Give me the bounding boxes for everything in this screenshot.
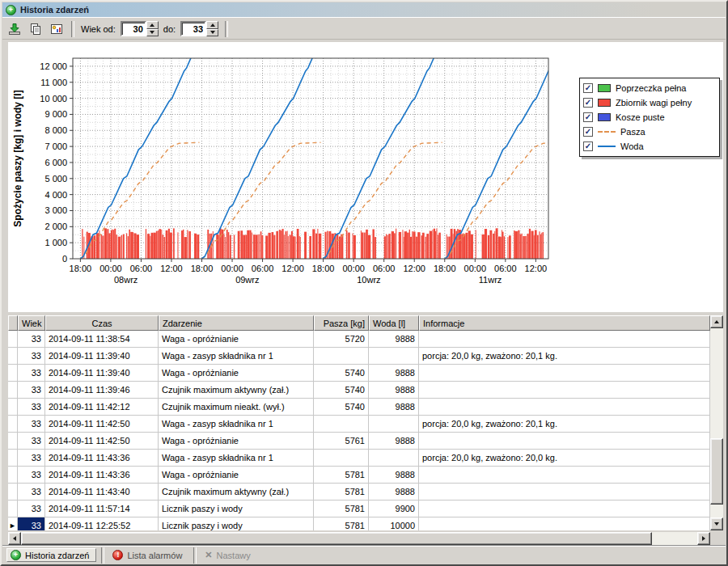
scroll-down-button[interactable] [710,517,723,530]
horizontal-scroll-thumb[interactable] [21,532,652,545]
cell-pasza[interactable] [314,348,369,365]
cell-informacje[interactable]: porcja: 20,0 kg, zważono: 20,1 kg. [419,416,710,433]
cell-informacje[interactable] [419,433,710,450]
report-button[interactable] [47,20,66,38]
age-from-up-button[interactable] [146,21,159,29]
cell-informacje[interactable] [419,365,710,382]
cell-informacje[interactable]: porcja: 20,0 kg, zważono: 20,1 kg. [419,348,710,365]
legend-checkbox[interactable]: ✓ [583,83,593,93]
column-header-czas[interactable]: Czas [45,315,159,331]
cell-wiek[interactable]: 33 [18,433,45,450]
cell-informacje[interactable] [419,467,710,484]
horizontal-scrollbar[interactable] [8,532,723,545]
cell-pasza[interactable]: 5781 [314,517,369,530]
cell-pasza[interactable] [314,416,369,433]
cell-informacje[interactable] [419,484,710,501]
scroll-left-button[interactable] [8,532,21,545]
table-row[interactable]: 332014-09-11 11:42:12Czujnik maximum nie… [8,399,710,416]
cell-czas[interactable]: 2014-09-11 11:43:36 [45,450,159,467]
cell-czas[interactable]: 2014-09-11 11:39:40 [45,348,159,365]
table-row[interactable]: 332014-09-11 11:39:46Czujnik maximum akt… [8,382,710,399]
column-header-woda[interactable]: Woda [l] [369,315,419,331]
scroll-up-button[interactable] [710,315,723,328]
cell-woda[interactable]: 9888 [369,399,419,416]
cell-informacje[interactable] [419,331,710,348]
cell-woda[interactable] [369,450,419,467]
tab-historia-zdarzen[interactable]: + Historia zdarzeń [6,548,96,562]
legend-checkbox[interactable]: ✓ [583,98,593,108]
cell-zdarzenie[interactable]: Czujnik maximum nieakt. (wył.) [159,399,314,416]
cell-woda[interactable] [369,348,419,365]
table-row[interactable]: 332014-09-11 11:43:40Czujnik maximum akt… [8,484,710,501]
cell-zdarzenie[interactable]: Waga - opróżnianie [159,433,314,450]
cell-czas[interactable]: 2014-09-11 11:42:50 [45,416,159,433]
cell-wiek[interactable]: 33 [18,348,45,365]
age-from-down-button[interactable] [146,29,159,37]
cell-informacje[interactable] [419,517,710,530]
cell-wiek[interactable]: 33 [18,484,45,501]
cell-woda[interactable] [369,416,419,433]
cell-wiek[interactable]: 33 [18,416,45,433]
cell-woda[interactable]: 10000 [369,517,419,530]
cell-czas[interactable]: 2014-09-11 11:42:50 [45,433,159,450]
cell-pasza[interactable]: 5781 [314,501,369,517]
cell-pasza[interactable]: 5781 [314,467,369,484]
cell-pasza[interactable]: 5761 [314,433,369,450]
cell-wiek[interactable]: 33 [18,450,45,467]
scroll-right-button[interactable] [697,532,710,545]
column-header-informacje[interactable]: Informacje [419,315,710,331]
cell-zdarzenie[interactable]: Waga - zasyp składnika nr 1 [159,450,314,467]
cell-pasza[interactable] [314,450,369,467]
cell-woda[interactable]: 9888 [369,433,419,450]
cell-woda[interactable]: 9888 [369,365,419,382]
cell-pasza[interactable]: 5781 [314,484,369,501]
tab-lista-alarmow[interactable]: ! Lista alarmów [109,548,188,562]
cell-czas[interactable]: 2014-09-11 11:57:14 [45,501,159,517]
legend-checkbox[interactable]: ✓ [583,112,593,122]
table-row[interactable]: 332014-09-11 11:43:36Waga - opróżnianie5… [8,467,710,484]
cell-wiek[interactable]: 33 [18,517,45,530]
legend-checkbox[interactable]: ✓ [583,127,593,137]
vertical-scrollbar[interactable] [710,315,723,530]
export-button[interactable] [5,20,24,38]
cell-wiek[interactable]: 33 [18,382,45,399]
cell-czas[interactable]: 2014-09-11 11:43:36 [45,467,159,484]
age-from-input[interactable] [121,21,146,36]
cell-pasza[interactable]: 5740 [314,365,369,382]
cell-zdarzenie[interactable]: Czujnik maximum aktywny (zał.) [159,484,314,501]
cell-zdarzenie[interactable]: Licznik paszy i wody [159,501,314,517]
cell-wiek[interactable]: 33 [18,331,45,348]
cell-czas[interactable]: 2014-09-11 11:42:12 [45,399,159,416]
cell-czas[interactable]: 2014-09-11 11:38:54 [45,331,159,348]
cell-zdarzenie[interactable]: Licznik paszy i wody [159,517,314,530]
column-header-pasza[interactable]: Pasza [kg] [314,315,369,331]
column-header-wiek[interactable]: Wiek [18,315,45,331]
age-to-input[interactable] [180,21,206,36]
cell-pasza[interactable]: 5720 [314,331,369,348]
table-row[interactable]: 332014-09-11 11:39:40Waga - zasyp składn… [8,348,710,365]
table-row[interactable]: 332014-09-11 11:42:50Waga - zasyp składn… [8,416,710,433]
cell-woda[interactable]: 9888 [369,331,419,348]
cell-zdarzenie[interactable]: Waga - opróżnianie [159,365,314,382]
cell-woda[interactable]: 9900 [369,501,419,517]
cell-informacje[interactable] [419,501,710,517]
cell-wiek[interactable]: 33 [18,467,45,484]
cell-informacje[interactable] [419,382,710,399]
table-row[interactable]: 332014-09-11 11:39:40Waga - opróżnianie5… [8,365,710,382]
tab-nastawy[interactable]: ✕ Nastawy [201,548,256,562]
cell-zdarzenie[interactable]: Waga - zasyp składnika nr 1 [159,416,314,433]
cell-czas[interactable]: 2014-09-11 12:25:52 [45,517,159,530]
legend-checkbox[interactable]: ✓ [583,142,593,151]
cell-woda[interactable]: 9888 [369,467,419,484]
cell-informacje[interactable]: porcja: 20,0 kg, zważono: 20,0 kg. [419,450,710,467]
column-header-zdarzenie[interactable]: Zdarzenie [159,315,314,331]
table-row[interactable]: 332014-09-11 11:43:36Waga - zasyp składn… [8,450,710,467]
age-to-down-button[interactable] [206,29,218,37]
cell-czas[interactable]: 2014-09-11 11:39:40 [45,365,159,382]
cell-informacje[interactable] [419,399,710,416]
copy-button[interactable] [26,20,45,38]
table-row[interactable]: 332014-09-11 11:57:14Licznik paszy i wod… [8,501,710,517]
cell-zdarzenie[interactable]: Czujnik maximum aktywny (zał.) [159,382,314,399]
cell-wiek[interactable]: 33 [18,501,45,517]
table-row[interactable]: 332014-09-11 11:42:50Waga - opróżnianie5… [8,433,710,450]
